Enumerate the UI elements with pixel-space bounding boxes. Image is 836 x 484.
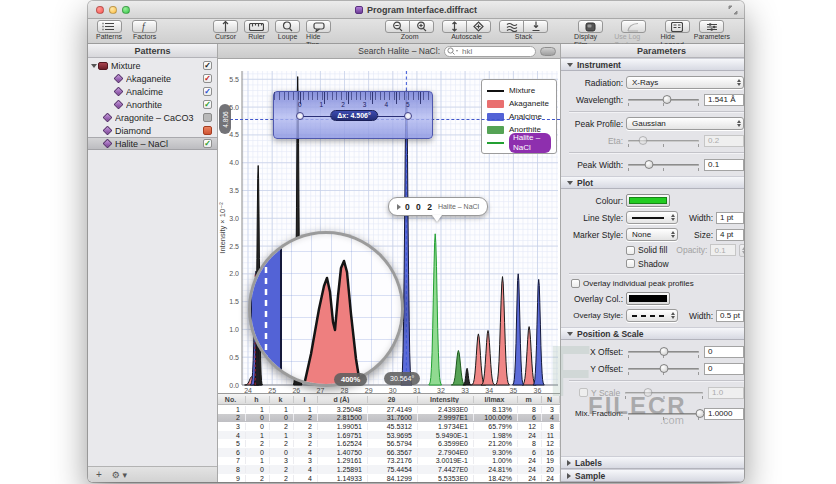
- table-row[interactable]: 80241.2589175.44547.4427E024.81%2420: [218, 465, 560, 474]
- table-header-cell[interactable]: l: [294, 396, 318, 403]
- table-header-cell[interactable]: No.: [218, 396, 246, 403]
- table-row[interactable]: 20022.8150031.76002.9997E1100.00%64: [218, 414, 560, 423]
- opacity-value[interactable]: 0.1: [710, 244, 736, 256]
- overlay-width-value[interactable]: 0.5 pt: [716, 310, 744, 322]
- wavelength-slider[interactable]: [626, 94, 701, 106]
- eta-slider[interactable]: [626, 135, 701, 147]
- pattern-visibility-checkbox[interactable]: ✓: [203, 87, 212, 96]
- section-instrument[interactable]: Instrument: [561, 58, 744, 71]
- pattern-visibility-checkbox[interactable]: ✓: [203, 100, 212, 109]
- table-header-cell[interactable]: 2θ: [368, 396, 418, 403]
- toolbar-cursor-button[interactable]: Cursor: [213, 20, 238, 41]
- loupe-magnifier[interactable]: [248, 231, 404, 387]
- search-field[interactable]: [444, 46, 536, 57]
- table-cell: 1: [246, 432, 270, 439]
- disclosure-triangle-icon[interactable]: [91, 64, 97, 68]
- toolbar-zoom-segment[interactable]: Zoom: [385, 20, 434, 41]
- colour-well[interactable]: [626, 194, 670, 207]
- sidebar-item-anorthite[interactable]: Anorthite✓: [88, 98, 217, 111]
- marker-size-value[interactable]: 4 pt: [716, 229, 744, 241]
- table-cell: 9: [218, 475, 246, 482]
- toolbar-ruler-button[interactable]: Ruler: [244, 20, 269, 41]
- overlay-style-popup[interactable]: [626, 309, 678, 322]
- sidebar-item-aragonite-caco3[interactable]: Aragonite – CaCO3: [88, 111, 217, 124]
- measurement-ruler[interactable]: 012345 Δx: 4.506°: [273, 91, 433, 139]
- stack-button[interactable]: [499, 20, 524, 33]
- ruler-left-handle[interactable]: [296, 112, 304, 120]
- sidebar-item-diamond[interactable]: Diamond: [88, 124, 217, 137]
- autoscale-y-button[interactable]: [442, 20, 467, 33]
- minimize-window-button[interactable]: [109, 6, 117, 14]
- table-header-cell[interactable]: N: [542, 396, 560, 403]
- table-header-cell[interactable]: k: [270, 396, 294, 403]
- table-row[interactable]: 30221.9905145.53121.9734E165.79%128: [218, 422, 560, 431]
- y-scale-checkbox[interactable]: [579, 388, 588, 397]
- mix-fraction-slider[interactable]: [626, 408, 701, 420]
- y-offset-value[interactable]: 0: [704, 363, 744, 375]
- peak-width-slider[interactable]: [626, 159, 701, 171]
- table-header-cell[interactable]: h: [246, 396, 270, 403]
- zoom-window-button[interactable]: [122, 6, 130, 14]
- marker-style-popup[interactable]: None: [626, 228, 678, 241]
- section-plot[interactable]: Plot: [561, 176, 744, 189]
- toolbar-loupe-button[interactable]: Loupe: [275, 20, 300, 41]
- peak-profile-popup[interactable]: Gaussian: [626, 117, 744, 130]
- line-style-popup[interactable]: [626, 211, 678, 224]
- table-row[interactable]: 52221.6252456.57946.3599E021.20%812: [218, 439, 560, 448]
- zoom-in-button[interactable]: [409, 20, 434, 33]
- zoom-out-button[interactable]: [385, 20, 410, 33]
- x-offset-slider[interactable]: [626, 346, 701, 358]
- table-row[interactable]: 92241.1493384.12995.5353E018.42%2424: [218, 474, 560, 482]
- toolbar-stack-segment[interactable]: Stack: [499, 20, 548, 41]
- y-offset-slider[interactable]: [626, 363, 701, 375]
- opacity-stepper[interactable]: [739, 244, 744, 257]
- accessory-toggle-button[interactable]: [540, 47, 556, 56]
- x-offset-label: X Offset:: [565, 347, 623, 357]
- pattern-visibility-checkbox[interactable]: ✓: [203, 139, 212, 148]
- parameters-panel: Parameters Instrument Radiation: X-Rays …: [560, 44, 744, 482]
- table-header-cell[interactable]: d (Å): [318, 396, 368, 403]
- ruler-right-handle[interactable]: [404, 112, 412, 120]
- toolbar-patterns-button[interactable]: Patterns: [96, 20, 122, 41]
- table-row[interactable]: 11113.2504827.41492.4393E08.13%83: [218, 405, 560, 414]
- close-window-button[interactable]: [96, 6, 104, 14]
- toolbar-parameters-button[interactable]: Parameters: [694, 20, 730, 41]
- radiation-popup[interactable]: X-Rays: [626, 76, 744, 89]
- y-scale-value[interactable]: 1.0: [708, 387, 744, 399]
- table-row[interactable]: 71331.2916173.21763.0019E-11.00%2419: [218, 457, 560, 466]
- shadow-checkbox[interactable]: [626, 259, 635, 268]
- collapse-stack-button[interactable]: [523, 20, 548, 33]
- section-labels[interactable]: Labels: [561, 456, 744, 469]
- toolbar-factors-button[interactable]: f Factors: [132, 20, 157, 41]
- sidebar-item-analcime[interactable]: Analcime✓: [88, 85, 217, 98]
- fullscreen-icon[interactable]: [728, 5, 738, 15]
- wavelength-value[interactable]: 1.541 Å: [704, 94, 744, 106]
- y-scale-slider[interactable]: [623, 387, 705, 399]
- overlay-colour-well[interactable]: [626, 292, 670, 305]
- x-offset-value[interactable]: 0: [704, 346, 744, 358]
- toolbar-autoscale-segment[interactable]: Autoscale: [442, 20, 491, 41]
- overlay-peaks-checkbox[interactable]: [571, 279, 580, 288]
- pattern-visibility-checkbox[interactable]: [203, 126, 212, 135]
- mix-fraction-value[interactable]: 1.0000: [704, 408, 744, 420]
- table-header-cell[interactable]: I/Imax: [474, 396, 518, 403]
- table-row[interactable]: 60041.4075066.35672.7904E09.30%616: [218, 448, 560, 457]
- section-sample[interactable]: Sample: [561, 469, 744, 482]
- sidebar-item-mixture[interactable]: Mixture✓: [88, 59, 217, 72]
- peak-width-value[interactable]: 0.1: [704, 159, 744, 171]
- sidebar-item-halite-nacl[interactable]: Halite – NaCl✓: [88, 137, 217, 150]
- sidebar-item-akaganeite[interactable]: Akaganeite✓: [88, 72, 217, 85]
- table-header-cell[interactable]: m: [518, 396, 542, 403]
- pattern-actions-menu-button[interactable]: ⚙ ▾: [112, 470, 127, 480]
- table-row[interactable]: 41131.6975153.96955.9490E-11.98%2411: [218, 431, 560, 440]
- add-pattern-button[interactable]: +: [96, 469, 102, 480]
- eta-value[interactable]: 0.2: [704, 135, 744, 147]
- table-header-cell[interactable]: Intensity: [418, 396, 474, 403]
- pattern-visibility-checkbox[interactable]: ✓: [203, 74, 212, 83]
- pattern-visibility-checkbox[interactable]: [203, 113, 212, 122]
- autoscale-fit-button[interactable]: [466, 20, 491, 33]
- section-position-scale[interactable]: Position & Scale: [561, 327, 744, 340]
- pattern-visibility-checkbox[interactable]: ✓: [203, 61, 212, 70]
- solid-fill-checkbox[interactable]: [626, 246, 635, 255]
- line-width-value[interactable]: 1 pt: [716, 212, 744, 224]
